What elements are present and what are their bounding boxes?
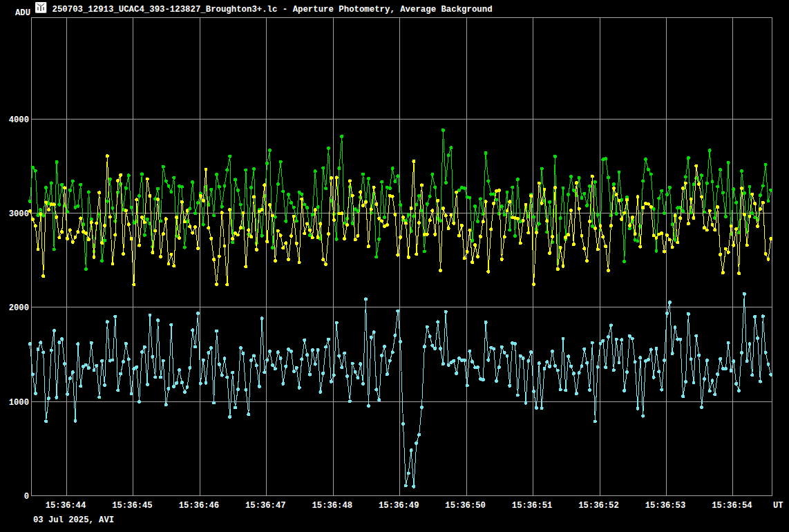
svg-text:3000: 3000 [9, 209, 29, 219]
svg-text:2000: 2000 [9, 303, 29, 313]
svg-text:15:36:54: 15:36:54 [712, 501, 752, 511]
svg-text:15:36:51: 15:36:51 [512, 501, 553, 511]
svg-text:15:36:52: 15:36:52 [578, 501, 619, 511]
svg-text:15:36:45: 15:36:45 [112, 501, 153, 511]
svg-text:15:36:44: 15:36:44 [46, 501, 86, 511]
svg-text:15:36:47: 15:36:47 [245, 501, 286, 511]
svg-text:1000: 1000 [9, 398, 29, 408]
svg-text:ADU: ADU [15, 8, 30, 18]
svg-text:15:36:53: 15:36:53 [645, 501, 686, 511]
svg-text:15:36:46: 15:36:46 [179, 501, 220, 511]
svg-text:15:36:49: 15:36:49 [379, 501, 419, 511]
svg-text:15:36:50: 15:36:50 [445, 501, 486, 511]
svg-text:4000: 4000 [9, 115, 29, 125]
svg-text:250703_12913_UCAC4_393-123827_: 250703_12913_UCAC4_393-123827_Broughton3… [53, 5, 493, 15]
svg-text:UT: UT [773, 501, 783, 511]
svg-text:15:36:48: 15:36:48 [312, 501, 353, 511]
svg-text:03 Jul 2025, AVI: 03 Jul 2025, AVI [33, 515, 114, 525]
svg-text:0: 0 [24, 492, 29, 502]
